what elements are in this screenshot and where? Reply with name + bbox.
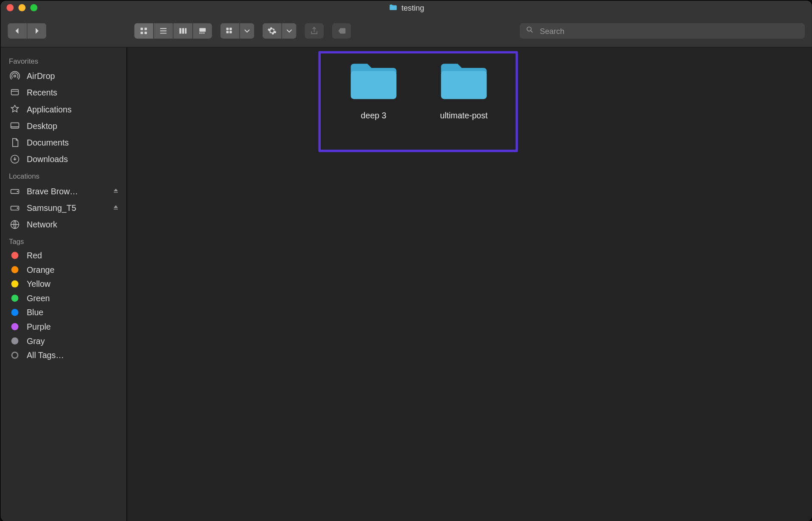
sidebar-item-label: Desktop: [27, 121, 57, 131]
share-icon: [309, 26, 319, 36]
svg-rect-0: [140, 28, 143, 30]
svg-point-20: [14, 75, 16, 77]
window-title-text: testing: [401, 3, 424, 12]
sidebar-tag-yellow[interactable]: Yellow: [0, 277, 126, 291]
window-title: testing: [0, 3, 812, 12]
applications-icon: [9, 104, 21, 115]
sidebar-item-desktop[interactable]: Desktop: [0, 118, 126, 134]
tag-icon: [337, 26, 346, 36]
icon-view-button[interactable]: [134, 23, 153, 39]
folder-item[interactable]: deep 3: [329, 61, 418, 120]
sidebar-section-tags: Tags: [0, 233, 126, 248]
sidebar-item-airdrop[interactable]: AirDrop: [0, 68, 126, 84]
group-by-button[interactable]: [220, 23, 254, 39]
airdrop-icon: [9, 70, 21, 82]
svg-rect-11: [199, 33, 201, 34]
eject-icon[interactable]: [112, 203, 120, 213]
sidebar-all-tags[interactable]: All Tags…: [0, 348, 126, 362]
sidebar-item-label: AirDrop: [27, 71, 55, 81]
sidebar-tag-orange[interactable]: Orange: [0, 263, 126, 277]
svg-line-19: [531, 31, 532, 32]
list-view-button[interactable]: [153, 23, 173, 39]
folder-icon: [419, 61, 508, 102]
sidebar-tag-blue[interactable]: Blue: [0, 305, 126, 320]
network-icon: [9, 218, 21, 230]
svg-rect-31: [351, 71, 397, 99]
window-controls: [6, 4, 37, 11]
folder-label: ultimate-post: [419, 110, 508, 120]
tag-dot-icon: [11, 294, 19, 302]
folder-icon: [388, 3, 398, 12]
sidebar-tag-gray[interactable]: Gray: [0, 334, 126, 348]
search-icon: [526, 25, 534, 36]
svg-rect-23: [11, 123, 19, 128]
documents-icon: [9, 137, 21, 148]
sidebar-item-recents[interactable]: Recents: [0, 84, 126, 101]
tag-dot-icon: [11, 252, 19, 259]
svg-rect-9: [185, 28, 187, 34]
sidebar-item-network[interactable]: Network: [0, 216, 126, 233]
svg-rect-7: [179, 28, 182, 34]
sidebar-item-label: Blue: [27, 308, 43, 317]
gallery-view-button[interactable]: [193, 23, 212, 39]
sidebar-tag-red[interactable]: Red: [0, 248, 126, 263]
tag-dot-icon: [11, 352, 19, 359]
svg-rect-15: [230, 28, 232, 30]
recents-icon: [9, 87, 21, 98]
file-browser-content[interactable]: deep 3 ultimate-post: [127, 48, 812, 521]
sidebar-item-disk-samsung[interactable]: Samsung_T5: [0, 199, 126, 216]
svg-rect-16: [226, 31, 229, 34]
forward-button[interactable]: [27, 23, 46, 39]
downloads-icon: [9, 153, 21, 165]
sidebar-item-label: Recents: [27, 88, 57, 97]
sidebar-tag-green[interactable]: Green: [0, 291, 126, 305]
svg-rect-1: [145, 28, 147, 30]
sidebar-item-label: Orange: [27, 265, 54, 274]
sidebar-item-documents[interactable]: Documents: [0, 134, 126, 151]
svg-rect-32: [441, 71, 487, 99]
close-window-button[interactable]: [6, 4, 14, 11]
sidebar-item-label: Downloads: [27, 154, 68, 164]
disk-icon: [9, 202, 21, 214]
svg-point-18: [527, 27, 531, 31]
sidebar-item-label: Documents: [27, 138, 69, 147]
sidebar-item-label: All Tags…: [27, 350, 64, 360]
chevron-down-icon: [242, 26, 252, 36]
svg-rect-21: [11, 90, 19, 95]
sidebar-tag-purple[interactable]: Purple: [0, 319, 126, 334]
toolbar: [0, 15, 812, 48]
eject-icon[interactable]: [112, 187, 120, 196]
folder-label: deep 3: [329, 110, 418, 120]
sidebar-item-applications[interactable]: Applications: [0, 101, 126, 118]
sidebar-item-label: Gray: [27, 336, 45, 345]
nav-buttons: [8, 23, 46, 39]
disk-icon: [9, 185, 21, 197]
minimize-window-button[interactable]: [18, 4, 25, 11]
gear-icon: [267, 26, 277, 36]
svg-rect-13: [203, 33, 204, 34]
edit-tags-button[interactable]: [332, 23, 351, 39]
tag-dot-icon: [11, 323, 19, 331]
search-input[interactable]: [539, 26, 799, 36]
svg-rect-14: [226, 28, 229, 30]
sidebar-item-label: Purple: [27, 322, 51, 331]
maximize-window-button[interactable]: [30, 4, 37, 11]
svg-point-27: [17, 191, 18, 192]
sidebar: Favorites AirDrop Recents Applications: [0, 48, 127, 521]
svg-rect-2: [140, 32, 143, 34]
sidebar-item-label: Network: [27, 220, 57, 229]
action-button[interactable]: [263, 23, 297, 39]
svg-point-29: [17, 208, 18, 209]
chevron-down-icon: [285, 26, 294, 36]
tag-dot-icon: [11, 309, 19, 316]
search-field[interactable]: [520, 23, 805, 39]
folder-item[interactable]: ultimate-post: [419, 61, 508, 120]
share-button[interactable]: [305, 23, 324, 39]
sidebar-item-disk-brave[interactable]: Brave Brow…: [0, 183, 126, 199]
sidebar-item-downloads[interactable]: Downloads: [0, 151, 126, 168]
back-button[interactable]: [8, 23, 27, 39]
titlebar: testing: [0, 0, 812, 15]
svg-rect-8: [182, 28, 184, 34]
column-view-button[interactable]: [173, 23, 192, 39]
svg-rect-12: [202, 33, 203, 34]
